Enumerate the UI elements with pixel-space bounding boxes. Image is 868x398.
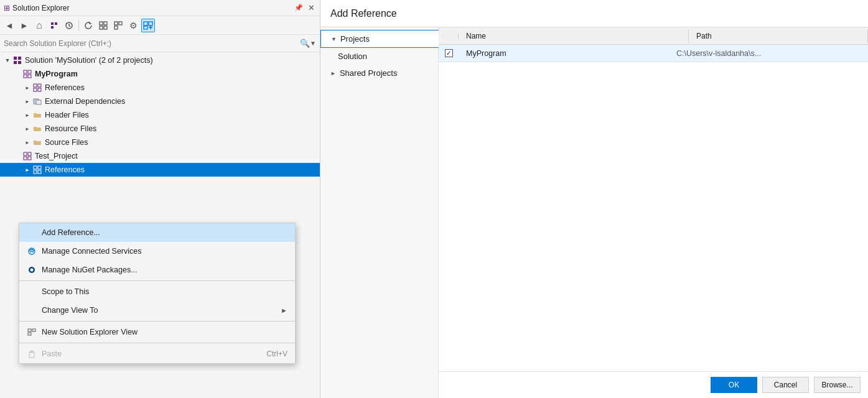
ar-empty-space xyxy=(439,200,868,372)
ctx-nuget[interactable]: Manage NuGet Packages... xyxy=(19,261,295,279)
ar-content: Name Path ✓ MyProgram C:\Users\v-lsaldan… xyxy=(439,27,868,398)
close-icon[interactable]: ✕ xyxy=(307,2,316,13)
ref1-icon xyxy=(32,83,42,93)
svg-rect-5 xyxy=(104,22,107,25)
extdeps-arrow: ► xyxy=(22,99,32,104)
tree-item-testproject[interactable]: Test_Project xyxy=(0,149,320,163)
ar-td-path: C:\Users\v-lsaldanha\s... xyxy=(669,47,868,60)
tree-item-myprogram[interactable]: MyProgram xyxy=(0,67,320,81)
testproject-icon xyxy=(22,151,32,161)
sync-button[interactable] xyxy=(111,19,125,32)
ref2-label: References xyxy=(45,165,85,174)
ref1-label: References xyxy=(45,83,85,92)
svg-rect-6 xyxy=(100,26,103,29)
tree-item-ext-deps[interactable]: ► External Dependencies xyxy=(0,95,320,108)
ar-sidebar: ▼ Projects Solution ► Shared Projects xyxy=(320,27,439,398)
change-view-icon xyxy=(27,305,37,315)
refresh-button[interactable] xyxy=(82,19,95,32)
ctx-new-se-view[interactable]: New Solution Explorer View xyxy=(19,323,295,341)
ar-td-checkbox[interactable]: ✓ xyxy=(439,49,459,57)
svg-rect-33 xyxy=(34,166,37,169)
testproject-label: Test_Project xyxy=(35,152,78,160)
svg-rect-7 xyxy=(104,26,107,29)
svg-rect-9 xyxy=(119,22,122,25)
svg-rect-41 xyxy=(32,329,35,331)
ar-nav-projects[interactable]: ▼ Projects xyxy=(320,30,439,48)
home-button[interactable]: ⌂ xyxy=(32,19,46,32)
svg-point-39 xyxy=(30,269,34,272)
properties-button[interactable]: ⚙ xyxy=(126,19,140,32)
se-title-text: ⊞ Solution Explorer xyxy=(4,4,69,12)
ctx-paste-shortcut: Ctrl+V xyxy=(266,349,287,358)
ref2-arrow: ► xyxy=(22,167,32,173)
svg-rect-14 xyxy=(14,57,17,60)
ctx-separator-3 xyxy=(19,343,295,343)
search-dropdown-icon[interactable]: ▼ xyxy=(310,40,316,47)
svg-rect-35 xyxy=(34,170,37,174)
tree-item-resource-files[interactable]: ► Resource Files xyxy=(0,122,320,136)
solution-arrow: ▼ xyxy=(2,57,12,63)
shared-projects-arrow: ► xyxy=(330,70,336,76)
ok-button[interactable]: OK xyxy=(711,377,757,393)
solution-label: Solution 'MySolution' (2 of 2 projects) xyxy=(25,56,153,65)
ar-nav-shared-label: Shared Projects xyxy=(340,68,398,78)
ctx-paste: Paste Ctrl+V xyxy=(19,345,295,363)
search-icon: 🔍 xyxy=(300,39,310,48)
ar-bottom-buttons: OK Cancel Browse... xyxy=(439,371,868,398)
svg-rect-36 xyxy=(38,170,41,174)
ar-table: Name Path ✓ MyProgram C:\Users\v-lsaldan… xyxy=(439,27,868,200)
extdeps-label: External Dependencies xyxy=(45,97,125,106)
search-input[interactable] xyxy=(4,39,300,48)
ar-nav-projects-label: Projects xyxy=(340,34,370,44)
ar-td-name: MyProgram xyxy=(459,47,669,60)
svg-rect-40 xyxy=(28,329,31,331)
ctx-change-view[interactable]: Change View To ► xyxy=(19,301,295,320)
projects-arrow: ▼ xyxy=(331,36,337,42)
svg-rect-24 xyxy=(34,88,37,91)
history-button[interactable] xyxy=(62,19,76,32)
ctx-nuget-label: Manage NuGet Packages... xyxy=(42,266,287,274)
ref2-icon xyxy=(32,165,42,175)
tree-item-solution[interactable]: ▼ Solution 'MySolution' (2 of 2 projects… xyxy=(0,53,320,67)
ar-nav-solution[interactable]: Solution xyxy=(320,48,438,65)
collapse-button[interactable] xyxy=(96,19,110,32)
tree-item-references-2[interactable]: ► References xyxy=(0,163,320,177)
ar-nav-shared-projects[interactable]: ► Shared Projects xyxy=(320,65,438,81)
tree-item-references-1[interactable]: ► References xyxy=(0,81,320,95)
cancel-button[interactable]: Cancel xyxy=(762,377,809,393)
ref1-arrow: ► xyxy=(22,85,32,91)
header-arrow: ► xyxy=(22,113,32,118)
resource-files-label: Resource Files xyxy=(45,124,96,133)
ar-checkbox-myprogram[interactable]: ✓ xyxy=(445,49,453,57)
svg-rect-8 xyxy=(114,22,118,25)
svg-rect-21 xyxy=(28,75,31,78)
svg-rect-32 xyxy=(28,157,31,160)
svg-rect-23 xyxy=(38,84,41,87)
new-se-icon xyxy=(27,327,37,337)
pin-icon[interactable]: 📌 xyxy=(293,3,304,12)
tree-item-source-files[interactable]: ► Source Files xyxy=(0,136,320,149)
add-ref-icon xyxy=(27,228,37,238)
svg-rect-31 xyxy=(24,157,27,160)
header-folder-icon xyxy=(32,110,42,120)
source-arrow: ► xyxy=(22,140,32,146)
ctx-add-reference[interactable]: Add Reference... xyxy=(19,223,295,242)
ar-th-path[interactable]: Path xyxy=(689,29,868,43)
ctx-scope[interactable]: Scope to This xyxy=(19,282,295,301)
separator-v1 xyxy=(78,20,79,31)
new-view-button[interactable] xyxy=(141,19,155,32)
source-files-label: Source Files xyxy=(45,138,88,147)
forward-button[interactable]: ► xyxy=(17,19,31,32)
ctx-connected-services[interactable]: Manage Connected Services xyxy=(19,242,295,261)
back-button[interactable]: ◄ xyxy=(2,19,16,32)
resource-folder-icon xyxy=(32,124,42,134)
svg-rect-11 xyxy=(144,22,147,25)
svg-rect-19 xyxy=(28,70,31,73)
ar-table-row[interactable]: ✓ MyProgram C:\Users\v-lsaldanha\s... xyxy=(439,45,868,62)
vs-button[interactable] xyxy=(47,19,61,32)
solution-explorer-panel: ⊞ Solution Explorer 📌 ✕ ◄ ► ⌂ ⚙ xyxy=(0,0,320,398)
tree-item-header-files[interactable]: ► Header Files xyxy=(0,108,320,122)
browse-button[interactable]: Browse... xyxy=(814,377,861,393)
svg-rect-18 xyxy=(24,70,27,73)
ar-th-name[interactable]: Name xyxy=(459,29,689,43)
